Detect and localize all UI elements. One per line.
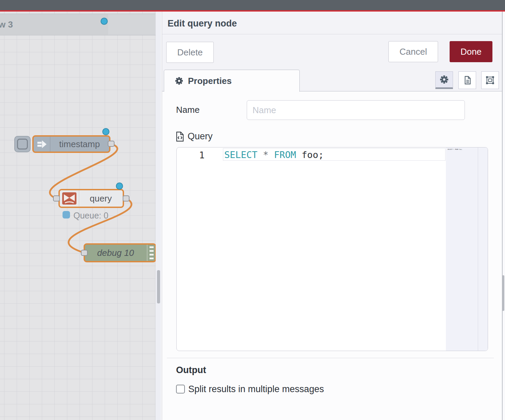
sql-keyword: FROM <box>274 150 296 160</box>
gear-icon <box>440 75 449 84</box>
query-section-label: Query <box>188 131 213 142</box>
appearance-frame-icon <box>485 75 495 85</box>
edit-node-dialog: Edit query node Delete Cancel Done Prope… <box>162 12 502 420</box>
app-header-bar <box>0 0 505 10</box>
workspace-vertical-scrollbar[interactable] <box>156 12 161 420</box>
document-icon <box>463 75 472 85</box>
dialog-scrollbar-thumb[interactable] <box>502 275 504 311</box>
query-status-text: Queue: 0 <box>73 211 108 221</box>
inject-trigger-button-inner <box>17 139 28 150</box>
dialog-title: Edit query node <box>168 18 237 29</box>
workspace-scrollbar-thumb[interactable] <box>157 270 160 303</box>
node-label: timestamp <box>50 137 109 152</box>
sql-code-editor[interactable]: 1 SELECT * FROM foo; SELECT * FROM foo; <box>176 147 488 351</box>
node-inject-timestamp[interactable]: timestamp <box>32 135 110 153</box>
cancel-button[interactable]: Cancel <box>388 41 438 62</box>
section-divider <box>167 358 494 358</box>
query-output-port[interactable] <box>123 195 129 202</box>
editor-code-line[interactable]: SELECT * FROM foo; <box>224 150 324 160</box>
inject-trigger-button[interactable] <box>14 136 31 152</box>
tab-properties-label: Properties <box>188 76 232 86</box>
dialog-vertical-scrollbar[interactable] <box>502 12 505 420</box>
dialog-title-divider <box>162 34 502 34</box>
debug-icon <box>147 245 155 261</box>
query-status-dot <box>63 211 70 218</box>
sql-keyword: SELECT <box>224 150 258 160</box>
query-changed-dot <box>116 182 123 190</box>
gear-icon <box>175 77 183 85</box>
sql-operator: * <box>258 150 274 160</box>
file-code-icon <box>176 132 184 142</box>
inject-icon-cell <box>34 137 50 152</box>
inject-arrow-icon <box>37 140 47 148</box>
node-query[interactable]: query <box>58 189 124 208</box>
sql-identifier: foo; <box>296 150 324 160</box>
debug-input-port[interactable] <box>81 250 88 256</box>
node-label: query <box>79 190 123 207</box>
node-debug[interactable]: debug 10 <box>84 243 156 262</box>
query-icon-cell <box>60 190 79 207</box>
split-results-checkbox[interactable] <box>176 385 185 393</box>
editor-line-number: 1 <box>177 150 205 160</box>
delete-button[interactable]: Delete <box>166 42 214 63</box>
appearance-view-button[interactable] <box>481 71 499 89</box>
mysql-icon <box>62 192 76 205</box>
editor-minimap[interactable]: SELECT * FROM foo; <box>446 147 478 351</box>
name-input[interactable] <box>247 100 465 120</box>
dialog-header-area: Edit query node Delete Cancel Done Prope… <box>162 12 502 91</box>
properties-view-button[interactable] <box>435 71 453 89</box>
timestamp-output-port[interactable] <box>108 141 115 147</box>
tab-properties[interactable]: Properties <box>164 70 300 92</box>
query-input-port[interactable] <box>53 195 60 202</box>
done-button[interactable]: Done <box>450 41 492 62</box>
query-section-header: Query <box>176 131 213 142</box>
name-field-label: Name <box>176 105 199 115</box>
split-results-checkbox-label: Split results in multiple messages <box>188 384 324 395</box>
output-section-heading: Output <box>176 365 206 375</box>
node-label: debug 10 <box>85 245 146 261</box>
editor-scrollbar-strip[interactable] <box>478 147 488 351</box>
description-view-button[interactable] <box>458 71 476 89</box>
editor-minimap-text: SELECT * FROM foo; <box>448 148 462 150</box>
timestamp-changed-dot <box>102 128 109 135</box>
flow-workspace[interactable]: w 3 timestamp <box>0 12 156 420</box>
